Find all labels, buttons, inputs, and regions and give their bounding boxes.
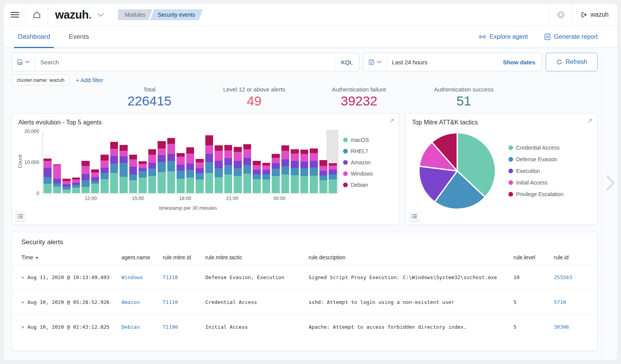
explore-agent-link[interactable]: Explore agent	[479, 33, 528, 40]
table-cell-link[interactable]: 5710	[554, 299, 588, 305]
wazuh-app-menu[interactable]: wazuh.	[48, 9, 109, 21]
bar-chart-bars[interactable]	[43, 131, 338, 193]
breadcrumb-security-events[interactable]: Security events	[150, 9, 203, 20]
tab-dashboard[interactable]: Dashboard	[16, 26, 52, 48]
legend-item[interactable]: Amazon	[343, 159, 393, 166]
table-cell-link[interactable]: T1190	[163, 324, 205, 330]
expand-row-icon[interactable]: >	[21, 299, 24, 305]
quick-select-button[interactable]	[364, 53, 387, 71]
stacked-bar[interactable]	[129, 131, 137, 193]
menu-button[interactable]	[4, 4, 26, 26]
stacked-bar[interactable]	[272, 131, 280, 193]
stacked-bar[interactable]	[82, 131, 90, 193]
legend-item[interactable]: Defense Evasion	[508, 156, 576, 162]
col-rule-mitre-id[interactable]: rule.mitre.id	[163, 254, 205, 260]
stacked-bar[interactable]	[139, 131, 147, 193]
generate-report-link[interactable]: Generate report	[544, 33, 598, 40]
query-bar: KQL Last 24 hours Show dates Refresh	[12, 53, 598, 71]
table-cell-link[interactable]: 30306	[554, 324, 588, 330]
stat-value[interactable]: 49	[202, 93, 307, 109]
col-agent-name[interactable]: agent.name	[121, 254, 163, 260]
stacked-bar[interactable]	[72, 131, 80, 193]
stacked-bar[interactable]	[53, 131, 61, 193]
stacked-bar[interactable]	[291, 131, 299, 193]
legend-item[interactable]: RHEL7	[343, 148, 393, 154]
stacked-bar[interactable]	[243, 131, 252, 193]
legend-item[interactable]: Privilege Escalation	[508, 191, 576, 197]
saved-query-button[interactable]	[12, 53, 35, 71]
col-rule-id[interactable]: rule.id	[554, 254, 588, 260]
col-rule-description[interactable]: rule.description	[309, 254, 513, 260]
col-time[interactable]: Time▼	[21, 254, 121, 260]
table-cell: 5	[513, 299, 554, 305]
table-cell-link[interactable]: T1110	[163, 299, 205, 305]
next-panel-chevron-icon[interactable]	[605, 174, 616, 192]
stacked-bar[interactable]	[319, 131, 328, 193]
search-input[interactable]	[35, 59, 335, 66]
stacked-bar[interactable]	[329, 131, 337, 193]
stacked-bar[interactable]	[186, 131, 194, 193]
legend-item[interactable]: Credential Access	[508, 145, 576, 151]
stacked-bar[interactable]	[262, 131, 271, 193]
col-rule-mitre-tactic[interactable]: rule.mitre.tactic	[205, 254, 309, 260]
table-cell-link[interactable]: 255563	[554, 274, 588, 280]
stacked-bar[interactable]	[120, 131, 128, 193]
stat-value[interactable]: 226415	[97, 93, 202, 109]
expand-row-icon[interactable]: >	[21, 274, 24, 280]
panel-legend-button[interactable]	[15, 211, 25, 221]
breadcrumb-modules[interactable]: Modules	[118, 9, 153, 20]
stacked-bar[interactable]	[281, 131, 290, 193]
stacked-bar[interactable]	[91, 131, 99, 193]
pie-svg[interactable]	[416, 130, 498, 212]
table-cell-link[interactable]: Debian	[121, 324, 163, 330]
table-cell-link[interactable]: Amazon	[121, 299, 163, 305]
table-row[interactable]: >Aug 11, 2020 @ 10:13:49.493WindowsT1218…	[12, 265, 597, 290]
legend-item[interactable]: Initial Access	[508, 179, 576, 186]
kql-button[interactable]: KQL	[335, 53, 359, 71]
filter-pill-cluster-name[interactable]: cluster.name: wazuh	[12, 74, 69, 85]
time-range-value[interactable]: Last 24 hours	[387, 59, 497, 66]
table-cell-link[interactable]: T1218	[163, 274, 205, 280]
stacked-bar[interactable]	[43, 131, 52, 193]
home-icon	[33, 11, 41, 19]
show-dates-button[interactable]: Show dates	[497, 59, 541, 66]
stacked-bar[interactable]	[101, 131, 109, 193]
stat-value[interactable]: 39232	[307, 93, 411, 109]
bar-chart-legend: macOSRHEL7AmazonWindowsDebian	[338, 131, 395, 193]
home-button[interactable]	[26, 4, 48, 26]
expand-icon[interactable]	[389, 118, 394, 124]
x-axis-tick-label: 00:00	[273, 196, 285, 201]
stacked-bar[interactable]	[224, 131, 232, 193]
user-menu[interactable]: wazuh	[572, 11, 617, 18]
expand-row-icon[interactable]: >	[21, 324, 24, 330]
legend-dot-icon	[343, 183, 348, 187]
stacked-bar[interactable]	[234, 131, 242, 193]
stacked-bar[interactable]	[215, 131, 223, 193]
col-rule-level[interactable]: rule.level	[513, 254, 554, 260]
stacked-bar[interactable]	[300, 131, 309, 193]
legend-item[interactable]: Debian	[343, 182, 393, 188]
stacked-bar[interactable]	[62, 131, 71, 193]
tab-events[interactable]: Events	[66, 26, 91, 48]
stacked-bar[interactable]	[310, 131, 318, 193]
table-cell-link[interactable]: Windows	[121, 274, 163, 280]
stacked-bar[interactable]	[148, 131, 156, 193]
health-check-button[interactable]	[550, 4, 572, 26]
legend-item[interactable]: Execution	[508, 168, 576, 174]
refresh-button[interactable]: Refresh	[546, 53, 598, 71]
panel-legend-button[interactable]	[409, 211, 419, 221]
stat-value[interactable]: 51	[411, 93, 516, 109]
stacked-bar[interactable]	[177, 131, 185, 193]
legend-item[interactable]: Windows	[343, 171, 393, 177]
table-row[interactable]: >Aug 10, 2020 @ 05:28:52.926AmazonT1110C…	[12, 290, 597, 314]
stacked-bar[interactable]	[205, 131, 213, 193]
add-filter-button[interactable]: + Add filter	[76, 77, 103, 83]
stacked-bar[interactable]	[196, 131, 204, 193]
stacked-bar[interactable]	[167, 131, 175, 193]
stacked-bar[interactable]	[110, 131, 118, 193]
legend-item[interactable]: macOS	[343, 137, 393, 143]
table-row[interactable]: >Aug 10, 2020 @ 02:43:12.825DebianT1190I…	[12, 314, 597, 339]
stacked-bar[interactable]	[158, 131, 166, 193]
stacked-bar[interactable]	[253, 131, 261, 193]
expand-icon[interactable]	[587, 118, 593, 124]
